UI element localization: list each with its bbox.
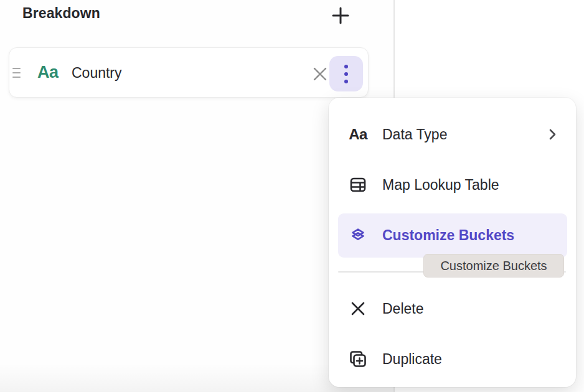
menu-item-customize-buckets[interactable]: Customize Buckets xyxy=(338,213,567,258)
add-breakdown-button[interactable] xyxy=(329,4,352,27)
chevron-right-icon xyxy=(548,128,557,141)
menu-item-label: Customize Buckets xyxy=(382,227,514,244)
layers-icon xyxy=(349,226,367,246)
x-icon xyxy=(312,66,328,82)
menu-item-label: Delete xyxy=(382,301,423,317)
text-format-icon: Aa xyxy=(349,126,367,143)
breakdown-field-card: Aa Country xyxy=(9,47,369,98)
panel-title: Breakdown xyxy=(22,5,100,22)
table-icon xyxy=(349,176,367,194)
app-stage: Breakdown Aa Country xyxy=(0,0,584,392)
field-more-options-button[interactable] xyxy=(329,56,363,91)
customize-buckets-tooltip: Customize Buckets xyxy=(423,254,564,278)
kebab-menu-icon xyxy=(344,65,348,83)
menu-item-label: Data Type xyxy=(382,126,447,143)
drag-handle-icon[interactable] xyxy=(12,65,22,80)
copy-plus-icon xyxy=(349,350,367,368)
menu-item-duplicate[interactable]: Duplicate xyxy=(338,342,567,376)
menu-item-label: Map Lookup Table xyxy=(382,177,499,194)
field-name-label: Country xyxy=(72,65,122,82)
x-icon xyxy=(349,301,367,317)
menu-item-label: Duplicate xyxy=(382,351,442,368)
field-type-badge: Aa xyxy=(37,63,59,82)
menu-item-delete[interactable]: Delete xyxy=(338,291,567,326)
field-options-menu: Aa Data Type Map Lookup Table xyxy=(329,98,576,387)
menu-item-map-lookup-table[interactable]: Map Lookup Table xyxy=(338,167,567,202)
remove-field-button[interactable] xyxy=(309,63,331,85)
plus-icon xyxy=(331,6,350,25)
menu-item-data-type[interactable]: Aa Data Type xyxy=(338,117,567,152)
